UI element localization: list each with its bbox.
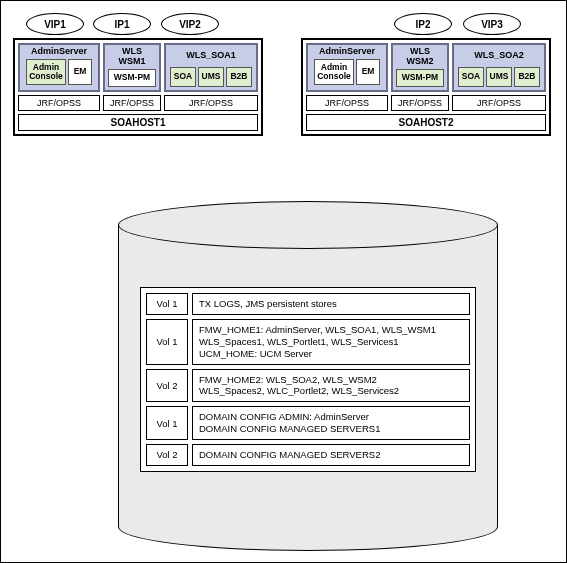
- comp-ums: UMS: [486, 67, 512, 87]
- volume-label: Vol 2: [146, 369, 188, 403]
- server-title: WLS_SOA2: [474, 51, 524, 61]
- volume-label: Vol 2: [146, 444, 188, 466]
- server-adminserver: AdminServer Admin Console EM: [18, 43, 100, 92]
- volume-row: Vol 2 DOMAIN CONFIG MANAGED SERVERS2: [146, 444, 470, 466]
- host-name: SOAHOST2: [306, 114, 546, 131]
- jrf-label: JRF/OPSS: [306, 95, 388, 111]
- jrf-label: JRF/OPSS: [18, 95, 100, 111]
- vip-ellipse: VIP1: [26, 13, 84, 35]
- volume-desc: FMW_HOME1: AdminServer, WLS_SOA1, WLS_WS…: [192, 319, 470, 365]
- comp-em: EM: [68, 59, 92, 85]
- comp-soa: SOA: [170, 67, 196, 87]
- server-title: WLS_SOA1: [186, 51, 236, 61]
- server-wls-soa2: WLS_SOA2 SOA UMS B2B: [452, 43, 546, 92]
- server-title: AdminServer: [319, 47, 375, 57]
- diagram-canvas: VIP1 IP1 VIP2 IP2 VIP3 AdminServer Admin…: [0, 0, 567, 563]
- volume-table: Vol 1 TX LOGS, JMS persistent stores Vol…: [140, 287, 476, 472]
- host-box-1: AdminServer Admin Console EM WLS WSM1 WS…: [13, 38, 263, 136]
- server-adminserver: AdminServer Admin Console EM: [306, 43, 388, 92]
- volume-row: Vol 2 FMW_HOME2: WLS_SOA2, WLS_WSM2 WLS_…: [146, 369, 470, 403]
- comp-wsm-pm: WSM-PM: [396, 69, 444, 87]
- ip-ellipse: IP1: [93, 13, 151, 35]
- comp-admin-console: Admin Console: [314, 59, 354, 85]
- comp-em: EM: [356, 59, 380, 85]
- comp-wsm-pm: WSM-PM: [108, 69, 156, 87]
- volume-row: Vol 1 FMW_HOME1: AdminServer, WLS_SOA1, …: [146, 319, 470, 365]
- volume-desc: TX LOGS, JMS persistent stores: [192, 293, 470, 315]
- vip-ellipse: VIP3: [463, 13, 521, 35]
- comp-b2b: B2B: [226, 67, 252, 87]
- comp-soa: SOA: [458, 67, 484, 87]
- jrf-label: JRF/OPSS: [391, 95, 449, 111]
- host-name: SOAHOST1: [18, 114, 258, 131]
- server-title: WLS WSM1: [108, 47, 156, 67]
- storage-cylinder: Vol 1 TX LOGS, JMS persistent stores Vol…: [118, 201, 498, 551]
- volume-desc: DOMAIN CONFIG ADMIN: AdminServer DOMAIN …: [192, 406, 470, 440]
- server-title: AdminServer: [31, 47, 87, 57]
- jrf-label: JRF/OPSS: [164, 95, 258, 111]
- comp-b2b: B2B: [514, 67, 540, 87]
- jrf-label: JRF/OPSS: [103, 95, 161, 111]
- volume-label: Vol 1: [146, 406, 188, 440]
- volume-desc: FMW_HOME2: WLS_SOA2, WLS_WSM2 WLS_Spaces…: [192, 369, 470, 403]
- volume-label: Vol 1: [146, 293, 188, 315]
- volume-row: Vol 1 DOMAIN CONFIG ADMIN: AdminServer D…: [146, 406, 470, 440]
- host-box-2: AdminServer Admin Console EM WLS WSM2 WS…: [301, 38, 551, 136]
- vip-ellipse: VIP2: [161, 13, 219, 35]
- server-wls-wsm1: WLS WSM1 WSM-PM: [103, 43, 161, 92]
- server-title: WLS WSM2: [396, 47, 444, 67]
- volume-row: Vol 1 TX LOGS, JMS persistent stores: [146, 293, 470, 315]
- volume-desc: DOMAIN CONFIG MANAGED SERVERS2: [192, 444, 470, 466]
- jrf-label: JRF/OPSS: [452, 95, 546, 111]
- volume-label: Vol 1: [146, 319, 188, 365]
- server-wls-soa1: WLS_SOA1 SOA UMS B2B: [164, 43, 258, 92]
- comp-ums: UMS: [198, 67, 224, 87]
- comp-admin-console: Admin Console: [26, 59, 66, 85]
- ip-ellipse: IP2: [394, 13, 452, 35]
- server-wls-wsm2: WLS WSM2 WSM-PM: [391, 43, 449, 92]
